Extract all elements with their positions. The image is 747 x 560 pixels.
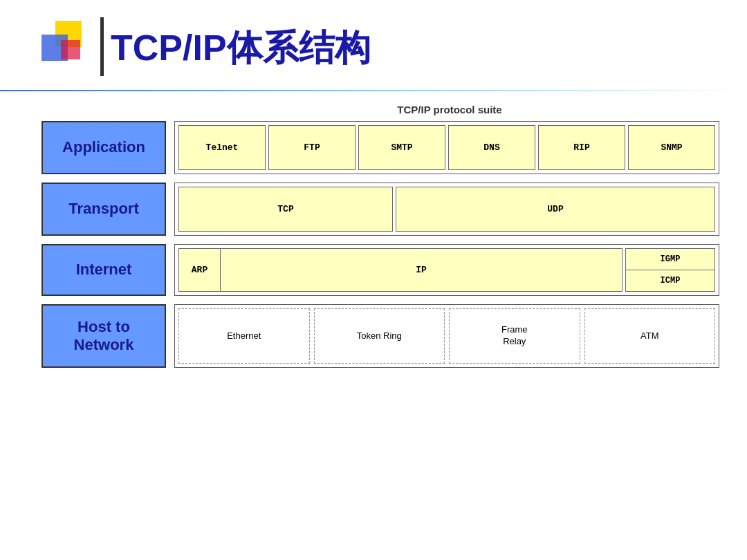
internet-main-cell: ARP IP (178, 248, 622, 292)
protocol-telnet: Telnet (178, 125, 266, 170)
protocol-dns: DNS (448, 125, 535, 170)
protocol-snmp: SNMP (628, 125, 715, 170)
host-network-row: Host to Network Ethernet Token Ring Fram… (42, 304, 719, 368)
protocol-udp: UDP (396, 187, 715, 232)
main-content: TCP/IP protocol suite Application Telnet… (42, 104, 719, 539)
title-en: TCP/IP (111, 28, 227, 68)
application-protocols: Telnet FTP SMTP DNS RIP SNMP (178, 125, 715, 170)
transport-protocols: TCP UDP (178, 187, 715, 232)
transport-row: Transport TCP UDP (42, 183, 719, 236)
header: TCP/IP体系结构 (0, 0, 747, 83)
application-suite: Telnet FTP SMTP DNS RIP SNMP (174, 121, 719, 174)
internet-suite: ARP IP IGMP ICMP (174, 244, 719, 296)
header-vertical-line (100, 17, 104, 76)
transport-suite: TCP UDP (174, 183, 719, 236)
application-row: Application Telnet FTP SMTP DNS RIP SNMP (42, 121, 719, 174)
logo-red (61, 40, 80, 59)
protocol-tcp: TCP (178, 187, 393, 232)
layer-transport: Transport (42, 183, 166, 236)
logo-decoration (42, 21, 97, 76)
layer-internet: Internet (42, 244, 166, 296)
internet-row: Internet ARP IP IGMP ICMP (42, 244, 719, 296)
protocol-arp: ARP (179, 249, 221, 291)
protocol-frame-relay: Frame Relay (449, 308, 580, 364)
protocol-smtp: SMTP (358, 125, 445, 170)
diagram-container: Application Telnet FTP SMTP DNS RIP SNMP… (42, 121, 719, 368)
protocol-ethernet: Ethernet (178, 308, 310, 364)
page-title: TCP/IP体系结构 (111, 24, 371, 73)
host-network-suite: Ethernet Token Ring Frame Relay ATM (174, 304, 719, 368)
host-network-protocols: Ethernet Token Ring Frame Relay ATM (178, 308, 715, 364)
layer-application: Application (42, 121, 166, 174)
header-separator (0, 90, 747, 91)
protocol-rip: RIP (538, 125, 625, 170)
layer-host-network: Host to Network (42, 304, 166, 368)
protocol-icmp: ICMP (625, 270, 715, 292)
protocol-token-ring: Token Ring (314, 308, 445, 364)
title-cn: 体系结构 (227, 28, 371, 68)
diagram-title: TCP/IP protocol suite (180, 104, 719, 115)
protocol-igmp: IGMP (625, 248, 715, 270)
protocol-ftp: FTP (268, 125, 356, 170)
protocol-ip: IP (221, 249, 622, 291)
protocol-atm: ATM (584, 308, 716, 364)
internet-right: IGMP ICMP (625, 248, 715, 292)
